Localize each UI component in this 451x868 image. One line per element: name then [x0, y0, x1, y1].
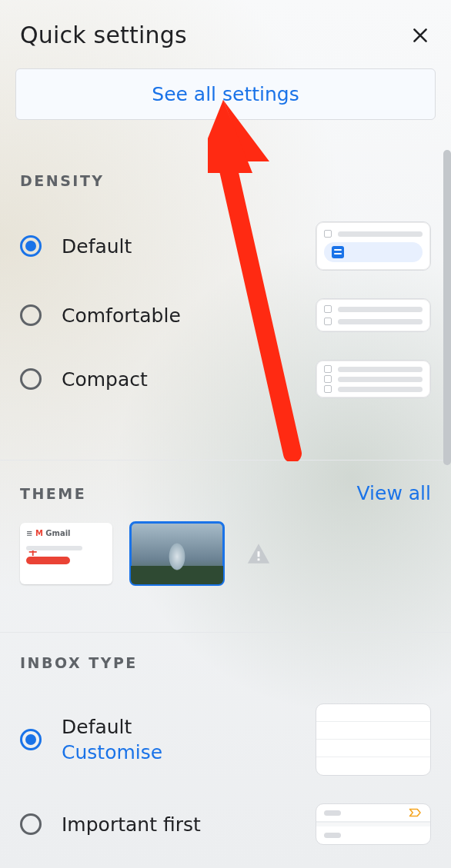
density-label-default: Default — [62, 235, 132, 258]
attachment-chip-icon — [332, 246, 344, 258]
density-preview-compact — [316, 360, 431, 398]
radio-density-compact[interactable] — [20, 368, 42, 390]
radio-density-default[interactable] — [20, 235, 42, 257]
density-title: DENSITY — [20, 172, 105, 189]
density-label-compact: Compact — [62, 368, 148, 391]
scrollbar[interactable] — [443, 150, 451, 465]
density-option-default[interactable]: Default — [20, 208, 431, 284]
panel-header: Quick settings — [0, 0, 451, 61]
density-label-comfortable: Comfortable — [62, 304, 181, 327]
inbox-preview-important — [316, 803, 431, 845]
density-preview-comfortable — [316, 298, 431, 332]
inbox-option-important-first[interactable]: Important first — [20, 790, 431, 859]
svg-rect-0 — [258, 551, 260, 557]
density-option-comfortable[interactable]: Comfortable — [20, 284, 431, 346]
theme-thumb-light[interactable]: ≡ M Gmail + — [20, 523, 112, 584]
inbox-preview-default — [316, 703, 431, 776]
radio-density-comfortable[interactable] — [20, 304, 42, 326]
theme-thumb-high-contrast[interactable] — [242, 538, 276, 569]
radio-inbox-important[interactable] — [20, 813, 42, 835]
inbox-label-default: Default — [62, 716, 162, 738]
density-preview-default — [316, 221, 431, 271]
inbox-customise-link[interactable]: Customise — [62, 741, 162, 763]
important-marker-icon — [409, 807, 423, 818]
inbox-option-default[interactable]: Default Customise — [20, 690, 431, 790]
gmail-logo-icon: ≡ M Gmail — [26, 529, 71, 537]
theme-title: THEME — [20, 485, 86, 502]
see-all-settings-button[interactable]: See all settings — [15, 68, 436, 120]
see-all-settings-label: See all settings — [152, 83, 299, 105]
density-option-compact[interactable]: Compact — [20, 346, 431, 412]
radio-inbox-default[interactable] — [20, 729, 42, 750]
panel-title: Quick settings — [20, 22, 187, 48]
inbox-type-title: INBOX TYPE — [20, 654, 138, 671]
section-inbox-type: INBOX TYPE Default Customise Important f… — [0, 632, 451, 868]
section-theme: THEME View all ≡ M Gmail + — [0, 460, 451, 607]
inbox-label-important: Important first — [62, 813, 201, 836]
theme-view-all-link[interactable]: View all — [357, 482, 431, 504]
section-density: DENSITY Default Comfortable Compact — [0, 151, 451, 435]
theme-thumb-photo-selected[interactable] — [131, 523, 223, 584]
close-icon — [410, 25, 430, 45]
warning-triangle-icon — [244, 540, 273, 567]
close-button[interactable] — [409, 25, 431, 46]
svg-rect-1 — [258, 558, 260, 560]
